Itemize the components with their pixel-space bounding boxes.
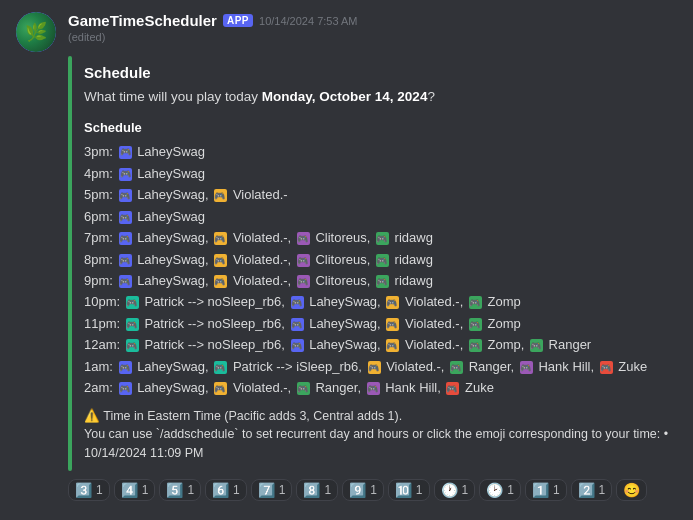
icon-7-2: 🎮 (386, 296, 399, 309)
reaction-count-clock2: 1 (507, 483, 514, 497)
embed-left-bar (68, 56, 72, 471)
avatar-image: 🌿 (16, 12, 56, 52)
icon-0-0: 🎮 (119, 146, 132, 159)
icon-11-4: 🎮 (446, 382, 459, 395)
tip-text: You can use `/addschedule` to set recurr… (84, 427, 668, 460)
reaction-emoji-clock2: 🕑 (486, 482, 503, 498)
reaction-emoji-2: 2️⃣ (578, 482, 595, 498)
reaction-count-clock1: 1 (462, 483, 469, 497)
message-content: GameTimeScheduler APP 10/14/2024 7:53 AM… (68, 12, 677, 52)
reaction-emoji-7: 7️⃣ (258, 482, 275, 498)
time-6: 9pm: (84, 273, 113, 288)
icon-10-3: 🎮 (450, 361, 463, 374)
icon-11-1: 🎮 (214, 382, 227, 395)
icon-5-3: 🎮 (376, 254, 389, 267)
schedule-line-0: 3pm: 🎮 LaheySwag (84, 141, 677, 162)
icon-4-0: 🎮 (119, 232, 132, 245)
reaction-emoji-4: 4️⃣ (121, 482, 138, 498)
time-10: 1am: (84, 359, 113, 374)
embed-title: Schedule (84, 64, 677, 81)
reaction-3[interactable]: 3️⃣ 1 (68, 479, 110, 501)
reaction-clock2[interactable]: 🕑 1 (479, 479, 521, 501)
warning-section: ⚠️ Time in Eastern Time (Pacific adds 3,… (84, 407, 677, 463)
schedule-line-2: 5pm: 🎮 LaheySwag, 🎮 Violated.- (84, 184, 677, 205)
warning-text: ⚠️ Time in Eastern Time (Pacific adds 3,… (84, 409, 402, 423)
embed-body: Schedule What time will you play today M… (84, 56, 677, 471)
reaction-count-9: 1 (370, 483, 377, 497)
icon-3-0: 🎮 (119, 211, 132, 224)
reactions-bar: 3️⃣ 1 4️⃣ 1 5️⃣ 1 6️⃣ 1 7️⃣ 1 8️⃣ 1 9️⃣ … (0, 471, 693, 509)
icon-7-3: 🎮 (469, 296, 482, 309)
time-11: 2am: (84, 380, 113, 395)
time-7: 10pm: (84, 294, 120, 309)
schedule-line-11: 2am: 🎮 LaheySwag, 🎮 Violated.-, 🎮 Ranger… (84, 377, 677, 398)
icon-5-1: 🎮 (214, 254, 227, 267)
icon-6-0: 🎮 (119, 275, 132, 288)
reaction-emoji-5: 5️⃣ (166, 482, 183, 498)
schedule-line-4: 7pm: 🎮 LaheySwag, 🎮 Violated.-, 🎮 Clitor… (84, 227, 677, 248)
reaction-8[interactable]: 8️⃣ 1 (296, 479, 338, 501)
reaction-emoji-10: 🔟 (395, 482, 412, 498)
reaction-emoji-9: 9️⃣ (349, 482, 366, 498)
icon-8-3: 🎮 (469, 318, 482, 331)
icon-1-0: 🎮 (119, 168, 132, 181)
icon-10-5: 🎮 (600, 361, 613, 374)
schedule-section-title: Schedule (84, 117, 677, 139)
icon-7-1: 🎮 (291, 296, 304, 309)
reaction-2[interactable]: 2️⃣ 1 (571, 479, 613, 501)
message-container: 🌿 GameTimeScheduler APP 10/14/2024 7:53 … (0, 0, 693, 56)
time-9: 12am: (84, 337, 120, 352)
reaction-count-10: 1 (416, 483, 423, 497)
icon-9-4: 🎮 (530, 339, 543, 352)
reaction-count-1: 1 (553, 483, 560, 497)
embed-wrapper: Schedule What time will you play today M… (0, 56, 693, 471)
reaction-6[interactable]: 6️⃣ 1 (205, 479, 247, 501)
timestamp: 10/14/2024 7:53 AM (259, 15, 357, 27)
reaction-emoji-1: 1️⃣ (532, 482, 549, 498)
time-2: 5pm: (84, 187, 113, 202)
icon-9-0: 🎮 (126, 339, 139, 352)
desc-suffix: ? (427, 89, 435, 104)
reaction-5[interactable]: 5️⃣ 1 (159, 479, 201, 501)
reaction-1[interactable]: 1️⃣ 1 (525, 479, 567, 501)
reaction-7[interactable]: 7️⃣ 1 (251, 479, 293, 501)
reaction-9[interactable]: 9️⃣ 1 (342, 479, 384, 501)
message-header: GameTimeScheduler APP 10/14/2024 7:53 AM (68, 12, 677, 29)
icon-5-2: 🎮 (297, 254, 310, 267)
icon-4-2: 🎮 (297, 232, 310, 245)
icon-4-3: 🎮 (376, 232, 389, 245)
reaction-10[interactable]: 🔟 1 (388, 479, 430, 501)
icon-7-0: 🎮 (126, 296, 139, 309)
reaction-count-6: 1 (233, 483, 240, 497)
schedule-line-8: 11pm: 🎮 Patrick --> noSleep_rb6, 🎮 Lahey… (84, 313, 677, 334)
reaction-count-3: 1 (96, 483, 103, 497)
icon-6-2: 🎮 (297, 275, 310, 288)
desc-prefix: What time will you play today (84, 89, 262, 104)
reaction-emoji-clock1: 🕐 (441, 482, 458, 498)
avatar: 🌿 (16, 12, 56, 52)
time-4: 7pm: (84, 230, 113, 245)
icon-8-0: 🎮 (126, 318, 139, 331)
icon-6-3: 🎮 (376, 275, 389, 288)
edited-label: (edited) (68, 31, 677, 43)
embed-description: What time will you play today Monday, Oc… (84, 87, 677, 107)
time-1: 4pm: (84, 166, 113, 181)
icon-9-2: 🎮 (386, 339, 399, 352)
reaction-clock1[interactable]: 🕐 1 (434, 479, 476, 501)
reaction-emoji-smile: 😊 (623, 482, 640, 498)
icon-11-2: 🎮 (297, 382, 310, 395)
time-0: 3pm: (84, 144, 113, 159)
reaction-emoji-6: 6️⃣ (212, 482, 229, 498)
schedule-line-6: 9pm: 🎮 LaheySwag, 🎮 Violated.-, 🎮 Clitor… (84, 270, 677, 291)
icon-2-1: 🎮 (214, 189, 227, 202)
icon-2-0: 🎮 (119, 189, 132, 202)
reaction-4[interactable]: 4️⃣ 1 (114, 479, 156, 501)
reaction-count-8: 1 (324, 483, 331, 497)
desc-date: Monday, October 14, 2024 (262, 89, 428, 104)
icon-9-1: 🎮 (291, 339, 304, 352)
time-3: 6pm: (84, 209, 113, 224)
icon-8-2: 🎮 (386, 318, 399, 331)
reaction-emoji-3: 3️⃣ (75, 482, 92, 498)
reaction-smile[interactable]: 😊 (616, 479, 647, 501)
reaction-count-4: 1 (142, 483, 149, 497)
